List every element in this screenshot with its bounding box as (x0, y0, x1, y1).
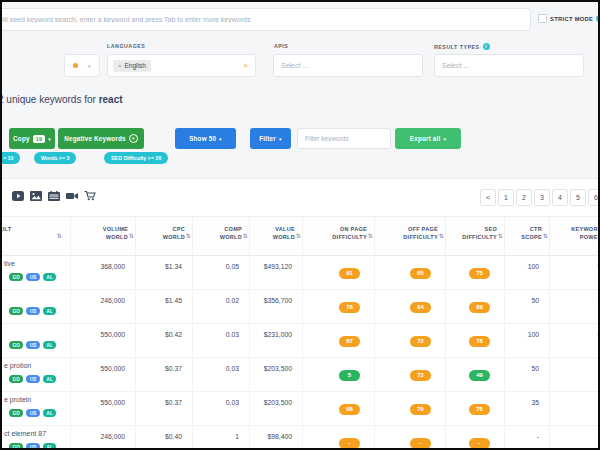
comp-world-cell: 0.03 (192, 358, 249, 391)
keyword-text[interactable]: tive (2, 256, 70, 270)
table-row[interactable]: e protein GOUSAL 550,000 $0.37 0.03 $203… (2, 392, 598, 426)
value-world-cell: $203,500 (249, 358, 302, 391)
sort-icon[interactable]: ⇅ (543, 231, 548, 240)
filter-pill[interactable]: SEO Difficulty >= 20 (104, 152, 168, 164)
ctr-scope-cell: 50 (504, 290, 549, 323)
table-row[interactable]: e protion GOUSAL 550,000 $0.37 0.03 $203… (2, 358, 598, 392)
result-types-select[interactable]: Select ... (434, 54, 584, 77)
copy-button[interactable]: Copy 19 ▾ (9, 128, 55, 149)
keyword-power-cell: 86 (549, 324, 598, 357)
video-camera-icon[interactable] (66, 191, 78, 201)
column-header-comp-world[interactable]: COMP WORLD⇅ (192, 217, 249, 255)
sort-icon[interactable]: ⇅ (439, 231, 444, 240)
negative-keywords-button[interactable]: Negative Keywords ✕ (58, 128, 144, 149)
sort-icon[interactable]: ⇅ (243, 231, 248, 240)
filter-pill[interactable]: = 10 (0, 152, 20, 164)
pagination-page-button[interactable]: 3 (534, 189, 550, 206)
source-badge-us: US (26, 273, 40, 281)
volume-world-cell: 246,000 (70, 290, 135, 323)
sort-icon[interactable]: ⇅ (186, 231, 191, 240)
strict-mode-label: STRICT MODE (550, 16, 593, 22)
image-icon[interactable] (30, 191, 42, 201)
pagination-page-button[interactable]: 1 (498, 189, 514, 206)
source-badge-us: US (26, 341, 40, 349)
column-header-label: OFF PAGE DIFFICULTY (402, 225, 438, 242)
filter-pill-label: Words >= 3 (41, 155, 69, 161)
filter-pill-label: = 10 (3, 155, 13, 161)
sort-icon[interactable]: ⇅ (368, 231, 373, 240)
seo-difficulty-cell: 89 (445, 290, 504, 323)
keyword-text[interactable] (2, 324, 70, 338)
column-header-label: KEYWORD POWER (566, 225, 598, 242)
pagination-page-button[interactable]: 6 (588, 189, 600, 206)
table-row[interactable]: GOUSAL 550,000 $0.42 0.03 $231,000 87 72… (2, 324, 598, 358)
column-header-ctr-scope[interactable]: CTR SCOPE⇅ (504, 217, 549, 255)
on-page-difficulty-pill: 87 (339, 336, 360, 347)
results-card: < 1 2 3 4 5 6 7 RESULT⇅ VOLUME WORLD⇅ CP… (2, 178, 598, 448)
keyword-text[interactable]: e protion (2, 358, 70, 372)
shopping-cart-icon[interactable] (84, 191, 96, 201)
remove-tag-icon[interactable]: × (118, 63, 122, 69)
table-row[interactable]: tive GOUSAL 368,000 $1.34 0.05 $493,120 … (2, 256, 598, 290)
seo-difficulty-cell: 78 (445, 324, 504, 357)
column-header-label: COMP WORLD (206, 225, 242, 242)
calendar-icon[interactable] (48, 191, 60, 201)
column-header-cpc-world[interactable]: CPC WORLD⇅ (135, 217, 192, 255)
source-badge-go: GO (9, 273, 23, 281)
apis-select[interactable]: Select ... (273, 54, 423, 77)
strict-mode-toggle[interactable]: STRICT MODE i (538, 14, 600, 23)
languages-select[interactable]: × English × (107, 54, 256, 77)
comp-world-cell: 1 (192, 426, 249, 450)
table-row[interactable]: ct element 87 GOUSAL 246,000 $0.40 1 $98… (2, 426, 598, 450)
column-header-on-page-difficulty[interactable]: ON PAGE DIFFICULTY⇅ (302, 217, 374, 255)
off-page-difficulty-pill: 70 (410, 404, 431, 415)
pagination-page-button[interactable]: 2 (516, 189, 532, 206)
keyword-text[interactable]: e protein (2, 392, 70, 406)
table-row[interactable]: GOUSAL 246,000 $1.45 0.02 $356,700 78 64… (2, 290, 598, 324)
cpc-world-cell: $0.40 (135, 426, 192, 450)
result-cell: e protein GOUSAL (2, 392, 70, 425)
column-header-keyword-power[interactable]: KEYWORD POWER⇅ (549, 217, 598, 255)
language-tag[interactable]: × English (113, 60, 151, 72)
seed-keyword-search-input[interactable] (0, 8, 531, 31)
ctr-scope-cell: 50 (504, 358, 549, 391)
sort-icon[interactable]: ⇅ (57, 231, 62, 240)
column-header-value-world[interactable]: VALUE WORLD⇅ (249, 217, 302, 255)
sort-icon[interactable]: ⇅ (498, 231, 503, 240)
languages-label: LANGUAGES (107, 43, 145, 49)
pagination-page-button[interactable]: 5 (570, 189, 586, 206)
source-badge-al: AL (43, 409, 56, 417)
result-type-icon-bar (12, 191, 96, 201)
on-page-difficulty-cell: 5 (302, 358, 374, 391)
sort-icon[interactable]: ⇅ (129, 231, 134, 240)
keyword-text[interactable] (2, 290, 70, 304)
cpc-world-cell: $0.42 (135, 324, 192, 357)
source-badges: GOUSAL (2, 406, 70, 417)
column-header-off-page-difficulty[interactable]: OFF PAGE DIFFICULTY⇅ (374, 217, 445, 255)
clear-languages-icon[interactable]: × (244, 61, 248, 70)
trend-mini-select[interactable]: ▾ (64, 54, 100, 77)
source-badge-al: AL (43, 443, 56, 450)
source-badges: GOUSAL (2, 372, 70, 383)
page-title-text: unique keywords for (6, 94, 96, 105)
keyword-power-cell: 98 (549, 256, 598, 289)
pagination-prev-button[interactable]: < (480, 189, 496, 206)
filter-button[interactable]: Filter ▾ (250, 128, 291, 149)
export-all-button[interactable]: Export all ▾ (395, 128, 461, 149)
filter-pill[interactable]: Words >= 3 (34, 152, 76, 164)
strict-mode-checkbox[interactable] (538, 14, 547, 23)
seo-difficulty-cell: 76 (445, 392, 504, 425)
youtube-icon[interactable] (12, 191, 24, 201)
filter-keywords-input[interactable] (297, 128, 391, 149)
source-badge-al: AL (43, 375, 56, 383)
column-header-seo-difficulty[interactable]: SEO DIFFICULTY⇅ (445, 217, 504, 255)
column-header-result[interactable]: RESULT⇅ (2, 217, 70, 255)
column-header-volume-world[interactable]: VOLUME WORLD⇅ (70, 217, 135, 255)
pagination-page-button[interactable]: 4 (552, 189, 568, 206)
result-cell: ct element 87 GOUSAL (2, 426, 70, 450)
show-count-button[interactable]: Show 50 ▾ (175, 128, 236, 149)
sort-icon[interactable]: ⇅ (296, 231, 301, 240)
chevron-down-icon: ▾ (279, 136, 282, 142)
keyword-text[interactable]: ct element 87 (2, 426, 70, 440)
on-page-difficulty-pill: 91 (339, 268, 360, 279)
